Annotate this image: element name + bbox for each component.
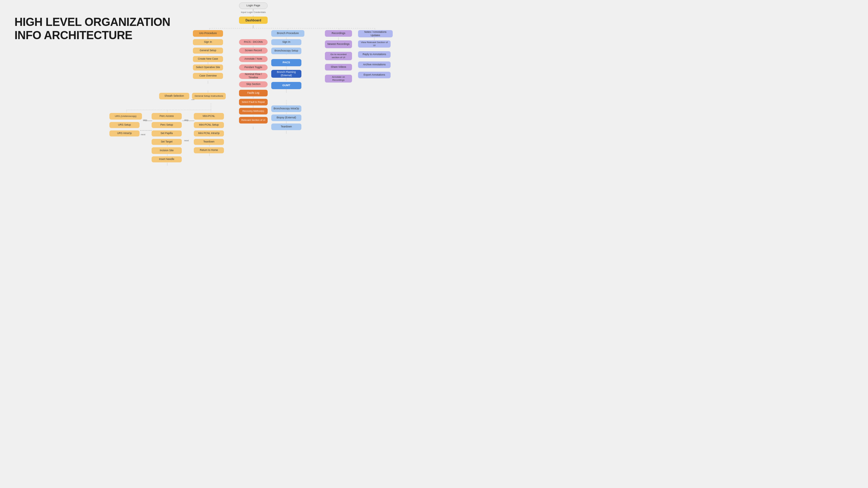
bronch-plan-node: Bronch Planning (External) [271,70,301,78]
pendant-toggle-node: Pendant Toggle [239,64,268,70]
title-line2: INFO ARCHITECTURE [14,29,170,42]
notes-annotations-node: Notes / Annotations Updates [358,30,393,37]
gen-setup-inst-node: General Setup Instructions [192,93,226,99]
return-home-node: Return to Home [194,147,224,153]
teardown-mini-node: Teardown [194,139,224,145]
pacs-bronch-node: PACS [271,59,301,66]
gumt-node: GUMT [271,82,301,89]
mini-pcnl-setup-node: Mini-PCNL Setup [194,122,224,128]
recordings-node: Recordings [325,30,352,37]
annotate-note-node: Annotate / Note [239,56,268,62]
bronch-setup-node: Bronchoscopy Setup [271,47,301,54]
faults-log-node: Faults Log [239,90,268,96]
nominal-flow-node: Nominal Flow / Timeline [239,73,268,79]
recovery-node: Recovery Method(s) [239,108,268,115]
screen-record-node: Screen Record [239,47,268,54]
export-ann-node: Export Annotations [358,72,391,78]
set-target-node: Set Target [152,139,182,145]
diagram-container: HIGH LEVEL ORGANIZATION INFO ARCHITECTUR… [0,0,434,244]
reply-ann-node: Reply to Annotations [358,51,391,58]
skip-label-2: skip [184,119,188,121]
bronch-procedure-node: Bronch Procedure [271,30,304,37]
newest-rec-node: Newest Recordings [325,40,352,48]
biopsy-node: Biopsy (External) [271,115,301,121]
perc-setup-node: Perc Setup [152,122,182,128]
urs-setup-node: URS Setup [110,122,140,128]
go-recorded-node: Go to recorded section of UI [325,52,352,60]
select-op-node: Select Operative Site [193,64,223,70]
annotate-rec-node: Annotate on Recordings [325,75,352,83]
uro-procedure-node: Uro Procedure [193,30,223,37]
share-videos-node: Share Videos [325,64,352,70]
pacs-dicoms-node: PACS - DICOMs [239,39,268,45]
skip-label-1: skip [143,119,147,121]
create-case-node: Create New Case [193,56,223,62]
sheath-sel-node: Sheath Selection [159,93,189,99]
urs-intraop-node: URS IntraOp [110,130,140,136]
set-papilla-node: Set Papilla [152,130,182,136]
bronch-intraop-node: Bronchoscopy IntraOp [271,105,301,112]
mini-pcnl-node: Mini-PCNL [194,113,224,120]
insert-needle-node: Insert Needle [152,156,182,162]
view-relevant-node: View Relevant Section of UI [358,40,391,47]
case-overview-node: Case Overview [193,73,223,79]
title-line1: HIGH LEVEL ORGANIZATION [14,16,170,29]
select-fault-node: Select Fault to Repair [239,99,268,105]
urs-ureteroscopy-node: URS (Ureteroscopy) [110,113,142,120]
login-page-node: Login Page [239,2,268,9]
next-label-2: next [184,139,189,142]
mini-pcnl-intraop-node: Mini PCNL IntraOp [194,130,224,136]
input-creds-label: Input Login Credentials [239,11,268,15]
archive-ann-node: Archive Annotations [358,61,391,68]
perc-access-node: Perc Access [152,113,182,120]
sign-in-bronch-node: Sign In [271,39,301,45]
skip-section-node: Skip Section [239,82,268,87]
title-block: HIGH LEVEL ORGANIZATION INFO ARCHITECTUR… [14,16,170,42]
sign-in-uro-node: Sign In [193,39,223,45]
teardown-bronch-node: Teardown [271,124,301,130]
dashboard-node: Dashboard [239,17,268,24]
relevant-sec-node: Relevant Section of UI [239,117,268,124]
next-label-1: next [141,133,145,136]
incision-site-node: Incision Site [152,147,182,154]
general-setup-node: General Setup [193,47,223,54]
